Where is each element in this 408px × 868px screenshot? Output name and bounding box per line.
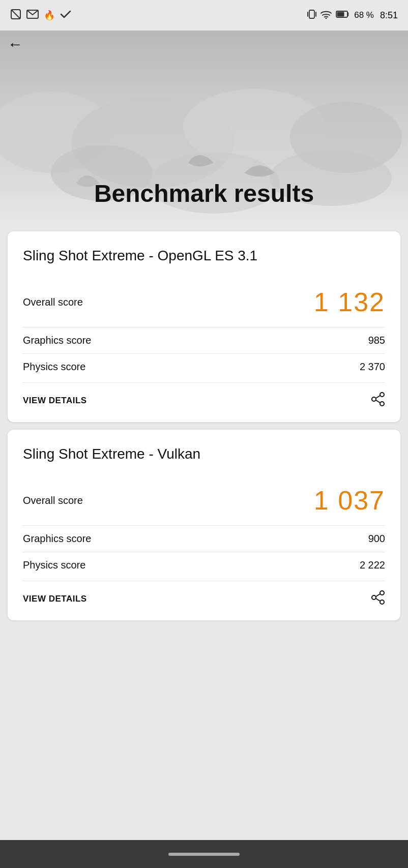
overall-label-2: Overall score bbox=[23, 495, 83, 506]
physics-label-2: Physics score bbox=[23, 559, 85, 571]
status-bar: 🔥 bbox=[0, 0, 408, 31]
svg-line-21 bbox=[376, 400, 380, 403]
battery-percentage: 68 % bbox=[354, 10, 374, 20]
graphics-value-2: 900 bbox=[368, 533, 385, 545]
view-details-label-2[interactable]: VIEW DETAILS bbox=[23, 594, 87, 604]
physics-label-1: Physics score bbox=[23, 361, 85, 373]
overall-score-row-1: Overall score 1 132 bbox=[23, 280, 385, 324]
svg-point-22 bbox=[380, 591, 384, 595]
check-icon bbox=[60, 10, 71, 21]
svg-point-18 bbox=[372, 397, 376, 401]
graphics-score-row-2: Graphics score 900 bbox=[23, 525, 385, 552]
overall-score-row-2: Overall score 1 037 bbox=[23, 478, 385, 523]
svg-rect-8 bbox=[337, 12, 344, 17]
page-title: Benchmark results bbox=[0, 179, 408, 208]
svg-point-17 bbox=[380, 393, 384, 397]
svg-point-23 bbox=[372, 595, 376, 600]
overall-value-2: 1 037 bbox=[314, 485, 385, 516]
share-icon-1[interactable] bbox=[371, 392, 385, 409]
overall-label-1: Overall score bbox=[23, 296, 83, 308]
mail-icon bbox=[26, 10, 39, 21]
view-details-label-1[interactable]: VIEW DETAILS bbox=[23, 396, 87, 406]
vibrate-icon bbox=[307, 9, 316, 22]
svg-point-24 bbox=[380, 600, 384, 604]
physics-score-row-2: Physics score 2 222 bbox=[23, 552, 385, 578]
bottom-nav-bar bbox=[0, 840, 408, 868]
svg-line-1 bbox=[11, 10, 20, 19]
overall-value-1: 1 132 bbox=[314, 287, 385, 317]
battery-icon bbox=[336, 10, 350, 20]
status-right-info: 68 % 8:51 bbox=[307, 9, 398, 22]
nav-pill bbox=[168, 853, 240, 856]
score-card-2: Sling Shot Extreme - Vulkan Overall scor… bbox=[8, 430, 400, 620]
main-content: Sling Shot Extreme - OpenGL ES 3.1 Overa… bbox=[0, 224, 408, 648]
wifi-icon bbox=[320, 10, 332, 21]
graphics-label-1: Graphics score bbox=[23, 335, 92, 346]
card-1-title: Sling Shot Extreme - OpenGL ES 3.1 bbox=[23, 247, 385, 264]
svg-point-19 bbox=[380, 402, 384, 406]
status-left-icons: 🔥 bbox=[10, 9, 71, 22]
card-2-title: Sling Shot Extreme - Vulkan bbox=[23, 445, 385, 463]
svg-rect-3 bbox=[309, 10, 314, 18]
fire-icon: 🔥 bbox=[44, 10, 55, 21]
svg-line-20 bbox=[376, 396, 380, 398]
share-icon-2[interactable] bbox=[371, 590, 385, 608]
view-details-row-1[interactable]: VIEW DETAILS bbox=[23, 382, 385, 412]
score-card-1: Sling Shot Extreme - OpenGL ES 3.1 Overa… bbox=[8, 231, 400, 422]
physics-value-2: 2 222 bbox=[360, 559, 385, 571]
view-details-row-2[interactable]: VIEW DETAILS bbox=[23, 581, 385, 610]
graphics-label-2: Graphics score bbox=[23, 533, 92, 545]
svg-point-6 bbox=[326, 18, 327, 19]
svg-line-26 bbox=[376, 598, 380, 601]
back-button[interactable]: ← bbox=[8, 36, 23, 53]
graphics-score-row-1: Graphics score 985 bbox=[23, 327, 385, 353]
hero-area: ← Benchmark results bbox=[0, 31, 408, 224]
physics-score-row-1: Physics score 2 370 bbox=[23, 353, 385, 380]
physics-value-1: 2 370 bbox=[360, 361, 385, 373]
svg-line-25 bbox=[376, 594, 380, 596]
time-display: 8:51 bbox=[380, 10, 398, 21]
graphics-value-1: 985 bbox=[368, 335, 385, 346]
back-arrow-icon: ← bbox=[8, 36, 23, 52]
block-icon bbox=[10, 9, 21, 22]
